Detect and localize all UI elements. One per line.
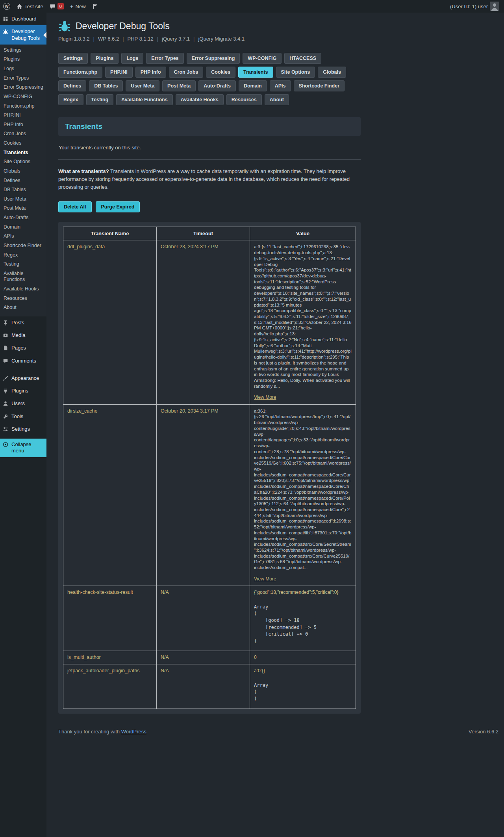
pages-icon [3, 345, 9, 351]
collapse-menu-button[interactable]: Collapse menu [0, 439, 46, 457]
sidebar-subitem-about[interactable]: About [0, 303, 46, 312]
tab-site-options[interactable]: Site Options [276, 67, 315, 78]
menu-separator [0, 367, 46, 372]
sidebar-item-media[interactable]: Media [0, 329, 46, 342]
sidebar-subitem-domain[interactable]: Domain [0, 223, 46, 232]
sidebar-subitem-regex[interactable]: Regex [0, 251, 46, 260]
sidebar-subitem-plugins[interactable]: Plugins [0, 55, 46, 64]
tab-testing[interactable]: Testing [86, 94, 114, 105]
sidebar-subitem-globals[interactable]: Globals [0, 167, 46, 176]
tab-plugins[interactable]: Plugins [91, 53, 119, 64]
wordpress-logo-button[interactable]: W [3, 3, 10, 10]
delete-all-button[interactable]: Delete All [58, 201, 92, 212]
collapse-menu-label: Collapse menu [11, 441, 44, 454]
sidebar-item-appearance[interactable]: Appearance [0, 372, 46, 385]
tab-functions-php[interactable]: Functions.php [58, 67, 102, 78]
sidebar-subitem-db-tables[interactable]: DB Tables [0, 185, 46, 195]
sidebar-item-plugins[interactable]: Plugins [0, 385, 46, 397]
transient-row: ddt_plugins_dataOctober 23, 2024 3:17 PM… [63, 240, 356, 404]
tab-db-tables[interactable]: DB Tables [89, 80, 123, 91]
plugin-bug-icon [58, 20, 71, 32]
collapse-arrow-icon [3, 442, 9, 447]
transient-name-cell: ddt_plugins_data [63, 240, 157, 404]
sidebar-subitem-available-functions[interactable]: Available Functions [0, 269, 46, 285]
sidebar-item-dashboard[interactable]: Dashboard [0, 13, 46, 25]
sidebar-subitem-apis[interactable]: APIs [0, 232, 46, 241]
tab-regex[interactable]: Regex [58, 94, 83, 105]
tab-auto-drafts[interactable]: Auto-Drafts [198, 80, 236, 91]
wordpress-link[interactable]: WordPress [121, 729, 146, 735]
tab-transients[interactable]: Transients [238, 67, 273, 78]
transients-table: Transient NameTimeoutValue ddt_plugins_d… [63, 227, 356, 709]
tab-shortcode-finder[interactable]: Shortcode Finder [294, 80, 345, 91]
sidebar-subitem-post-meta[interactable]: Post Meta [0, 204, 46, 213]
tab-logs[interactable]: Logs [121, 53, 143, 64]
sidebar-subitem-transients[interactable]: Transients [0, 148, 46, 158]
tab-php-info[interactable]: PHP Info [135, 67, 166, 78]
column-header-value: Value [250, 227, 356, 240]
sidebar-subitem-defines[interactable]: Defines [0, 176, 46, 186]
tab-available-functions[interactable]: Available Functions [116, 94, 173, 105]
user-account-link[interactable]: (User ID: 1) user [450, 2, 499, 11]
sidebar-subitem-settings[interactable]: Settings [0, 46, 46, 55]
tab-about[interactable]: About [265, 94, 289, 105]
sidebar-item-settings[interactable]: Settings [0, 423, 46, 435]
version-meta: Plugin 1.8.3.2|WP 6.6.2|PHP 8.1.12|jQuer… [58, 36, 498, 42]
sidebar-subitem-php-ini[interactable]: PHP.INI [0, 111, 46, 120]
table-header-row: Transient NameTimeoutValue [63, 227, 356, 240]
sidebar-subitem-error-suppressing[interactable]: Error Suppressing [0, 83, 46, 92]
comments-admin-link[interactable]: 0 [50, 3, 64, 9]
tab-post-meta[interactable]: Post Meta [162, 80, 196, 91]
sidebar-subitem-shortcode-finder[interactable]: Shortcode Finder [0, 241, 46, 251]
meta-item: jQuery Migrate 3.4.1 [198, 36, 245, 42]
sidebar-subitem-available-hooks[interactable]: Available Hooks [0, 285, 46, 294]
tab-user-meta[interactable]: User Meta [126, 80, 159, 91]
tab-cookies[interactable]: Cookies [206, 67, 235, 78]
tab-available-hooks[interactable]: Available Hooks [176, 94, 224, 105]
sidebar-subitem-auto-drafts[interactable]: Auto-Drafts [0, 213, 46, 223]
tab-apis[interactable]: APIs [270, 80, 291, 91]
sidebar-item-posts[interactable]: Posts [0, 316, 46, 329]
sidebar-subitem-site-options[interactable]: Site Options [0, 157, 46, 167]
sidebar-item-label: Media [11, 332, 25, 339]
sidebar-item-pages[interactable]: Pages [0, 342, 46, 354]
sidebar-subitem-php-info[interactable]: PHP Info [0, 120, 46, 130]
sidebar-subitem-functions-php[interactable]: Functions.php [0, 102, 46, 111]
view-more-link[interactable]: View More [254, 394, 276, 400]
media-icon [3, 333, 9, 338]
sidebar-subitem-testing[interactable]: Testing [0, 260, 46, 269]
tab-cron-jobs[interactable]: Cron Jobs [169, 67, 204, 78]
purge-expired-button[interactable]: Purge Expired [96, 201, 140, 212]
tab-error-types[interactable]: Error Types [146, 53, 183, 64]
transient-value-text: {"good":18,"recommended":5,"critical":0} [254, 590, 352, 595]
sidebar-subitem-user-meta[interactable]: User Meta [0, 195, 46, 204]
tab-resources[interactable]: Resources [226, 94, 262, 105]
sidebar-subitem-wp-config[interactable]: WP-CONFIG [0, 92, 46, 102]
new-content-link[interactable]: + New [70, 4, 86, 9]
tab-htaccess[interactable]: HTACCESS [284, 53, 321, 64]
sidebar-subitem-cron-jobs[interactable]: Cron Jobs [0, 129, 46, 139]
tab-php-ini[interactable]: PHP.INI [105, 67, 133, 78]
sidebar-subitem-cookies[interactable]: Cookies [0, 139, 46, 148]
sidebar-item-developer-debug-tools[interactable]: Developer Debug Tools [0, 25, 46, 45]
tab-globals[interactable]: Globals [318, 67, 346, 78]
sidebar-item-tools[interactable]: Tools [0, 410, 46, 423]
sidebar-item-comments[interactable]: Comments [0, 355, 46, 367]
view-more-link[interactable]: View More [254, 576, 276, 582]
transient-timeout-cell: October 20, 2034 3:17 PM [157, 404, 250, 586]
divider [58, 159, 361, 160]
sidebar-subitem-logs[interactable]: Logs [0, 64, 46, 74]
sidebar-subitem-resources[interactable]: Resources [0, 294, 46, 303]
site-name-link[interactable]: Test site [17, 4, 43, 9]
transient-row: is_multi_authorN/A0 [63, 651, 356, 664]
ddt-adminbar-item[interactable] [92, 4, 98, 9]
tab-defines[interactable]: Defines [58, 80, 86, 91]
sidebar-subitem-error-types[interactable]: Error Types [0, 74, 46, 83]
transients-table-panel: Transient NameTimeoutValue ddt_plugins_d… [58, 222, 361, 713]
tab-wp-config[interactable]: WP-CONFIG [243, 53, 282, 64]
sidebar-item-users[interactable]: Users [0, 397, 46, 410]
tab-settings[interactable]: Settings [58, 53, 88, 64]
tab-domain[interactable]: Domain [239, 80, 267, 91]
transient-value-text: a:361:{s:26:"/opt/bitnami/wordpress/tmp"… [254, 408, 352, 571]
tab-error-suppressing[interactable]: Error Suppressing [187, 53, 240, 64]
